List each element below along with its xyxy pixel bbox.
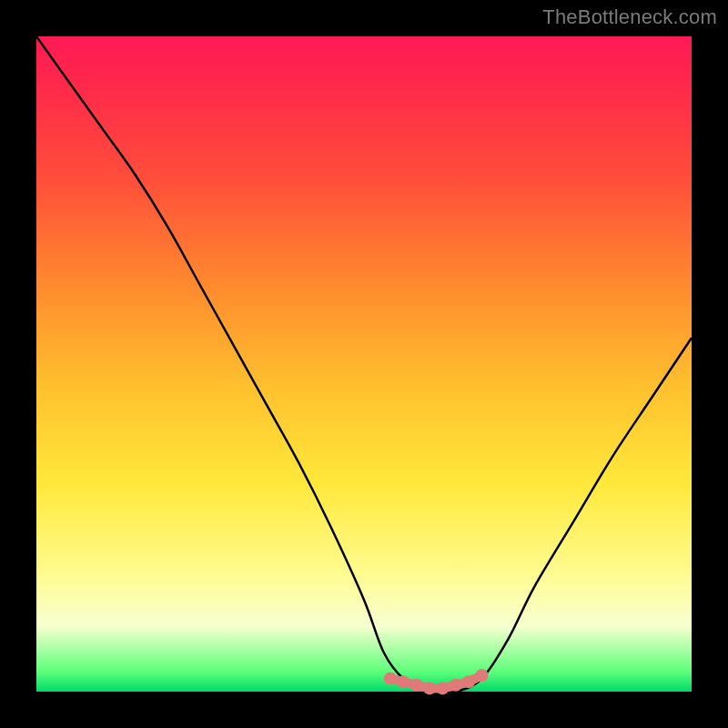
valley-marker-dot (423, 682, 436, 694)
valley-marker-dot (476, 669, 489, 682)
valley-marker-dot (397, 675, 410, 688)
valley-marker-dot (384, 672, 397, 685)
valley-marker-dot (436, 682, 449, 694)
valley-marker-dot (450, 679, 462, 692)
valley-marker-dot (462, 675, 475, 688)
chart-frame: TheBottleneck.com (0, 0, 728, 728)
bottleneck-curve (36, 36, 692, 693)
curve-svg (36, 36, 692, 692)
valley-marker-dot (410, 679, 423, 692)
gradient-plot-area (36, 36, 692, 692)
watermark-text: TheBottleneck.com (542, 5, 717, 29)
optimal-range-markers (384, 669, 489, 694)
